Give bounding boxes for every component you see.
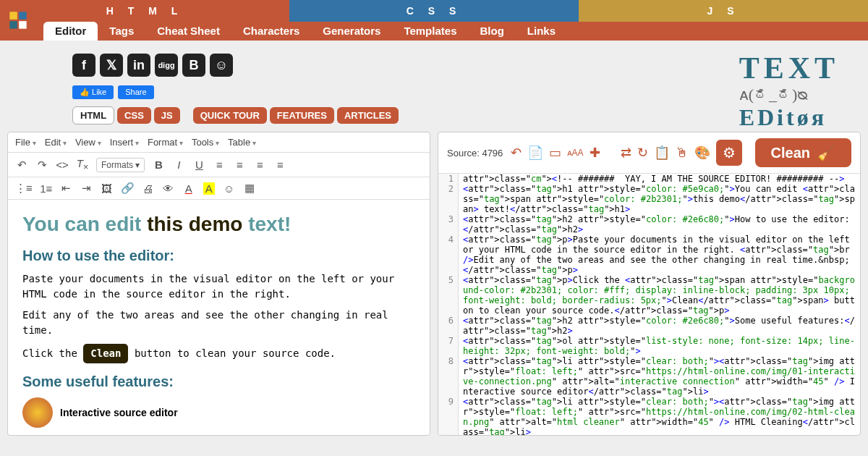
source-code-editor[interactable]: 1attr">class="cm"><!-- ####### YAY, I AM… [438, 174, 860, 435]
tool4-icon[interactable]: 🖱 [676, 145, 689, 161]
subtab-html[interactable]: HTML [72, 106, 114, 124]
subtab-articles[interactable]: ARTICLES [337, 107, 399, 124]
plus-icon[interactable]: ✚ [590, 145, 600, 161]
fb-like-button[interactable]: 👍 Like [72, 85, 114, 99]
nav-cheatsheet[interactable]: Cheat Sheet [145, 22, 231, 41]
svg-rect-3 [19, 21, 26, 28]
fontsize-icon[interactable]: ᴀAA [567, 148, 584, 158]
twitter-icon[interactable]: 𝕏 [100, 54, 123, 77]
bold-icon[interactable]: B [152, 159, 165, 171]
undo-icon[interactable]: ↶ [15, 159, 28, 172]
undo-source-icon[interactable]: ↶ [511, 145, 522, 161]
menu-view[interactable]: View [75, 137, 101, 148]
top-tab-js[interactable]: J S [579, 0, 868, 22]
nav-characters[interactable]: Characters [231, 22, 311, 41]
clean-button[interactable]: Clean 🧹 [755, 138, 851, 167]
menu-insert[interactable]: Insert [110, 137, 139, 148]
align-justify-icon[interactable]: ≡ [273, 159, 286, 171]
redo-icon[interactable]: ↷ [35, 159, 48, 172]
tool1-icon[interactable]: ⇄ [621, 145, 631, 161]
textcolor-icon[interactable]: A [182, 182, 195, 195]
tool3-icon[interactable]: 📋 [654, 145, 670, 161]
subtab-css[interactable]: CSS [117, 107, 151, 124]
top-tab-html[interactable]: H T M L [0, 0, 289, 22]
site-logo[interactable] [0, 0, 36, 41]
reddit-icon[interactable]: ☺ [210, 54, 233, 77]
subtab-js[interactable]: JS [154, 107, 180, 124]
blogger-icon[interactable]: B [182, 54, 205, 77]
link-icon[interactable]: 🔗 [121, 182, 135, 195]
print-icon[interactable]: 🖨 [142, 182, 155, 195]
palette-icon[interactable]: 🎨 [694, 145, 710, 161]
subtab-features[interactable]: FEATURES [270, 107, 334, 124]
nav-editor[interactable]: Editor [43, 22, 98, 41]
digg-icon[interactable]: digg [155, 54, 178, 77]
nav-templates[interactable]: Templates [392, 22, 468, 41]
bgcolor-icon[interactable]: A [203, 182, 216, 195]
outdent-icon[interactable]: ⇤ [60, 182, 73, 195]
menu-format[interactable]: Format [148, 137, 183, 148]
image-icon[interactable]: 🖼 [101, 182, 114, 195]
main-nav: Editor Tags Cheat Sheet Characters Gener… [0, 22, 868, 41]
formats-dropdown[interactable]: Formats ▾ [96, 158, 145, 172]
settings-icon[interactable]: ⚙ [716, 140, 742, 166]
menu-file[interactable]: File [15, 137, 36, 148]
tool2-icon[interactable]: ↻ [637, 145, 648, 161]
emoji-icon[interactable]: ☺ [223, 182, 236, 195]
nav-generators[interactable]: Generators [311, 22, 392, 41]
linkedin-icon[interactable]: in [127, 54, 150, 77]
copy-icon[interactable]: 📄 [527, 145, 543, 161]
clear-format-icon[interactable]: T× [76, 157, 89, 172]
new-doc-icon[interactable]: ▭ [549, 145, 561, 161]
italic-icon[interactable]: I [172, 159, 185, 171]
table-icon[interactable]: ▦ [243, 182, 256, 195]
svg-rect-1 [19, 12, 26, 19]
menu-edit[interactable]: Edit [45, 137, 67, 148]
code-icon[interactable]: <> [56, 159, 69, 171]
nav-links[interactable]: Links [516, 22, 567, 41]
menu-tools[interactable]: Tools [192, 137, 219, 148]
align-left-icon[interactable]: ≡ [213, 159, 226, 171]
indent-icon[interactable]: ⇥ [80, 182, 93, 195]
clean-chip: Clean [83, 344, 128, 363]
preview-icon[interactable]: 👁 [162, 182, 175, 195]
align-center-icon[interactable]: ≡ [233, 159, 246, 171]
bullet-list-icon[interactable]: ⋮≡ [15, 182, 33, 195]
menu-table[interactable]: Table [228, 137, 256, 148]
brand-logo: TEXT ᴀ(ಠ_ಠ)ᴓ EDitøя TextEditor.com [739, 51, 839, 131]
facebook-icon[interactable]: f [72, 54, 95, 77]
align-right-icon[interactable]: ≡ [253, 159, 266, 171]
top-tab-css[interactable]: C S S [289, 0, 579, 22]
svg-rect-2 [9, 21, 17, 28]
nav-blog[interactable]: Blog [468, 22, 515, 41]
nav-tags[interactable]: Tags [98, 22, 145, 41]
subtab-quicktour[interactable]: QUICK TOUR [193, 107, 267, 124]
number-list-icon[interactable]: 1≡ [40, 182, 53, 195]
fb-share-button[interactable]: Share [118, 85, 153, 99]
svg-rect-0 [9, 12, 17, 19]
underline-icon[interactable]: U [192, 159, 205, 171]
feature-icon [22, 397, 53, 428]
visual-editor-body[interactable]: You can edit this demo text! How to use … [8, 200, 430, 435]
source-char-count: Source: 4796 [447, 148, 503, 159]
source-editor-pane: Source: 4796 ↶ 📄 ▭ ᴀAA ✚ ⇄ ↻ 📋 🖱 🎨 ⚙ Cle… [438, 132, 861, 436]
visual-editor-pane: File Edit View Insert Format Tools Table… [7, 132, 430, 436]
